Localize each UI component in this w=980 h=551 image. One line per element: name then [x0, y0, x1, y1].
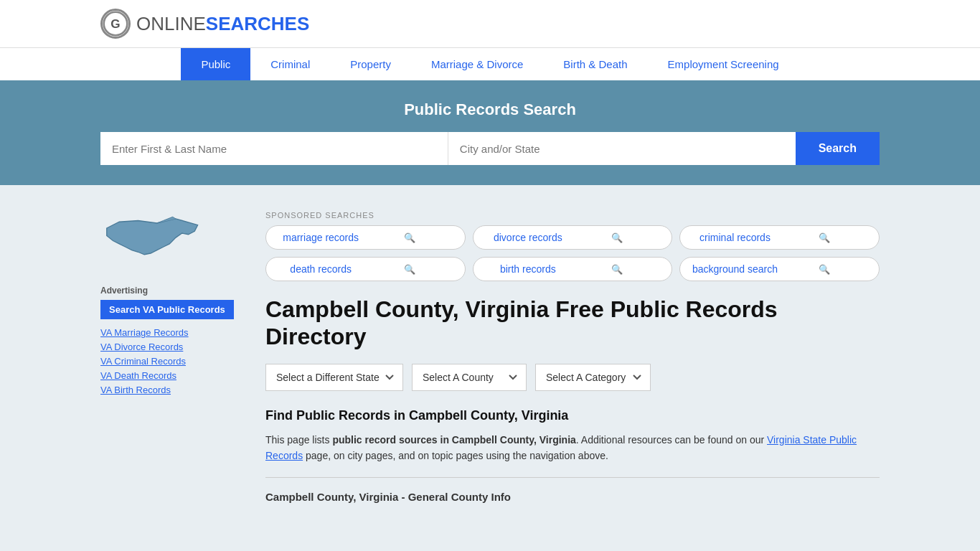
nav-item-public[interactable]: Public: [181, 48, 250, 80]
search-icon: 🔍: [365, 264, 454, 275]
name-input[interactable]: [100, 132, 448, 165]
sponsored-grid: marriage records 🔍 divorce records 🔍 cri…: [265, 225, 880, 281]
sponsored-pill-death[interactable]: death records 🔍: [265, 257, 466, 281]
list-item: VA Criminal Records: [100, 355, 244, 367]
sponsored-pill-criminal-label: criminal records: [690, 232, 779, 243]
list-item: VA Birth Records: [100, 384, 244, 395]
find-text-1: This page lists: [265, 434, 332, 446]
search-icon: 🔍: [780, 232, 869, 243]
category-dropdown[interactable]: Select A Category: [535, 364, 651, 391]
search-icon: 🔍: [573, 232, 661, 243]
nav-item-marriage-divorce[interactable]: Marriage & Divorce: [411, 48, 543, 80]
virginia-map: [100, 207, 194, 271]
sponsored-label: SPONSORED SEARCHES: [265, 211, 880, 220]
list-item: VA Marriage Records: [100, 326, 244, 338]
search-banner: Public Records Search Search: [0, 80, 980, 185]
sponsored-pill-background[interactable]: background search 🔍: [679, 257, 880, 281]
list-item: VA Death Records: [100, 369, 244, 381]
section-divider: [265, 477, 880, 478]
sidebar: Advertising Search VA Public Records VA …: [100, 185, 244, 544]
search-icon: 🔍: [573, 264, 661, 275]
sponsored-pill-marriage-label: marriage records: [276, 232, 365, 243]
sponsored-pill-birth[interactable]: birth records 🔍: [473, 257, 673, 281]
sponsored-pill-divorce[interactable]: divorce records 🔍: [473, 225, 673, 250]
sponsored-pill-death-label: death records: [276, 263, 365, 275]
search-va-records-button[interactable]: Search VA Public Records: [100, 300, 234, 319]
main-nav: Public Criminal Property Marriage & Divo…: [0, 47, 980, 80]
sponsored-pill-marriage[interactable]: marriage records 🔍: [265, 225, 466, 250]
va-death-records-link[interactable]: VA Death Records: [100, 370, 176, 381]
find-text: This page lists public record sources in…: [265, 432, 880, 464]
list-item: VA Divorce Records: [100, 341, 244, 352]
find-heading: Find Public Records in Campbell County, …: [265, 408, 880, 423]
state-dropdown[interactable]: Select a Different State: [265, 364, 403, 391]
va-birth-records-link[interactable]: VA Birth Records: [100, 385, 171, 395]
sponsored-pill-divorce-label: divorce records: [484, 232, 573, 243]
main-wrap: Advertising Search VA Public Records VA …: [0, 185, 980, 544]
content-area: SPONSORED SEARCHES marriage records 🔍 di…: [244, 185, 880, 544]
location-input[interactable]: [448, 132, 796, 165]
sponsored-pill-criminal[interactable]: criminal records 🔍: [679, 225, 880, 250]
county-dropdown[interactable]: Select A County: [412, 364, 527, 391]
nav-item-criminal[interactable]: Criminal: [250, 48, 330, 80]
nav-item-birth-death[interactable]: Birth & Death: [543, 48, 647, 80]
page-title: Campbell County, Virginia Free Public Re…: [265, 296, 880, 351]
find-text-3: page, on city pages, and on topic pages …: [303, 450, 608, 461]
svg-text:G: G: [110, 17, 120, 31]
logo-icon: G: [100, 9, 131, 39]
search-icon: 🔍: [365, 232, 454, 243]
find-text-2: . Additional resources can be found on o…: [576, 434, 767, 446]
va-criminal-records-link[interactable]: VA Criminal Records: [100, 356, 186, 367]
logo-text: ONLINESEARCHES: [136, 13, 309, 35]
find-text-bold: public record sources in Campbell County…: [332, 434, 575, 446]
search-banner-title: Public Records Search: [100, 100, 880, 119]
search-button[interactable]: Search: [796, 132, 880, 165]
sponsored-pill-birth-label: birth records: [484, 263, 573, 275]
search-icon: 🔍: [780, 264, 869, 275]
county-info-label: Campbell County, Virginia - General Coun…: [265, 491, 880, 503]
sponsored-pill-background-label: background search: [690, 263, 779, 275]
dropdowns-row: Select a Different State Select A County…: [265, 364, 880, 391]
nav-item-employment[interactable]: Employment Screening: [648, 48, 799, 80]
va-divorce-records-link[interactable]: VA Divorce Records: [100, 342, 183, 352]
logo-text-bold: SEARCHES: [206, 13, 309, 34]
sidebar-links: VA Marriage Records VA Divorce Records V…: [100, 326, 244, 395]
search-form: Search: [100, 132, 880, 165]
logo: G ONLINESEARCHES: [100, 9, 309, 39]
va-marriage-records-link[interactable]: VA Marriage Records: [100, 327, 189, 338]
nav-item-property[interactable]: Property: [330, 48, 411, 80]
advertising-label: Advertising: [100, 286, 244, 296]
header: G ONLINESEARCHES: [0, 0, 980, 47]
logo-text-normal: ONLINE: [136, 13, 206, 34]
